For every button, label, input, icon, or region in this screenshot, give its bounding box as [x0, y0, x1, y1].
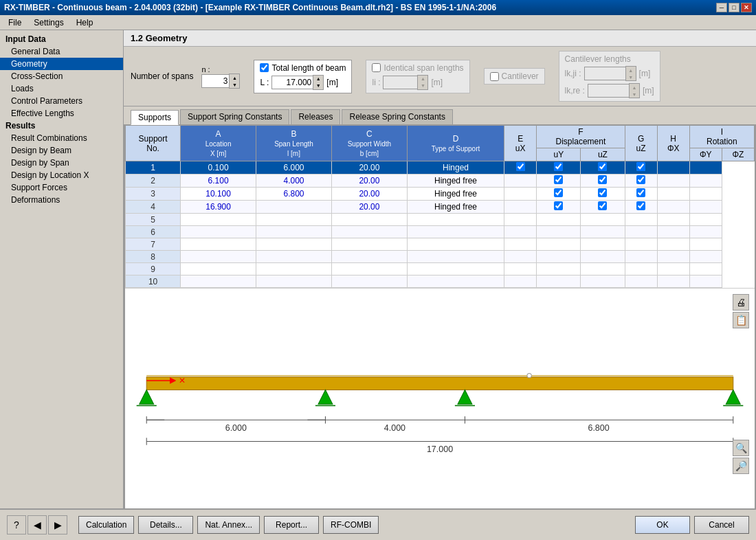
main-layout: Input Data General Data Geometry Cross-S…	[0, 30, 756, 508]
th-col-g: GuZ	[625, 126, 657, 161]
sidebar-item-effective-lengths[interactable]: Effective Lengths	[0, 107, 123, 120]
table-row[interactable]: 5	[126, 214, 755, 226]
svg-text:4.000: 4.000	[384, 423, 405, 433]
num-spans-down[interactable]: ▼	[230, 81, 239, 88]
svg-text:6.000: 6.000	[225, 423, 247, 433]
sidebar-item-support-forces[interactable]: Support Forces	[0, 181, 123, 194]
lkre-input	[588, 84, 629, 98]
table-row[interactable]: 310.1006.80020.00Hinged free	[126, 188, 755, 201]
sidebar-item-cross-section[interactable]: Cross-Section	[0, 70, 123, 82]
table-row[interactable]: 416.90020.00Hinged free	[126, 201, 755, 214]
lkji-spinner: ▲ ▼	[584, 66, 636, 81]
sidebar-item-control-parameters[interactable]: Control Parameters	[0, 95, 123, 107]
bottom-prev-btn[interactable]: ◀	[27, 515, 47, 535]
th-uy: uY	[537, 148, 581, 161]
cantilever-group: Cantilever	[484, 68, 545, 85]
th-col-c: CSupport Widthb [cm]	[331, 126, 407, 161]
cantilever-checkbox[interactable]	[490, 72, 499, 81]
total-length-checkbox[interactable]	[260, 63, 269, 72]
th-col-a: ALocationX [m]	[181, 126, 256, 161]
calculation-button[interactable]: Calculation	[78, 516, 134, 534]
sidebar-section-input: Input Data	[0, 33, 123, 45]
ok-button[interactable]: OK	[635, 516, 690, 534]
th-col-b: BSpan Lengthl [m]	[256, 126, 332, 161]
num-spans-spinner-btns: ▲ ▼	[229, 74, 240, 89]
lkre-spinner: ▲ ▼	[588, 83, 640, 98]
tab-support-spring-constants[interactable]: Support Spring Constants	[180, 109, 289, 124]
table-row[interactable]: 8	[126, 251, 755, 263]
length-down[interactable]: ▼	[313, 82, 323, 89]
menu-file[interactable]: File	[3, 16, 27, 29]
supports-table: SupportNo. ALocationX [m] BSpan Lengthl …	[125, 125, 755, 288]
diagram-btn-zoom-in[interactable]: 🔍	[733, 440, 749, 456]
table-row[interactable]: 10	[126, 275, 755, 288]
sidebar-item-design-by-location-x[interactable]: Design by Location X	[0, 169, 123, 181]
length-up[interactable]: ▲	[313, 76, 323, 82]
table-body: 10.1006.00020.00Hinged26.1004.00020.00Hi…	[126, 161, 755, 288]
sidebar-item-result-combinations[interactable]: Result Combinations	[0, 132, 123, 144]
diagram-btn-2[interactable]: 📋	[733, 312, 749, 328]
details-button[interactable]: Details...	[138, 516, 193, 534]
identical-spans-group: Identical span lengths li : ▲ ▼ [m]	[366, 60, 469, 93]
tab-release-spring-constants[interactable]: Release Spring Constants	[342, 109, 452, 124]
section-title: 1.2 Geometry	[124, 30, 756, 47]
th-col-i: IRotation	[689, 126, 754, 148]
th-col-f: FDisplacement	[537, 126, 625, 148]
lkji-input	[584, 67, 625, 80]
diagram-btn-1[interactable]: 🖨	[733, 294, 749, 311]
cantilever-lengths-label: Cantilever lengths	[565, 54, 654, 64]
sidebar-item-design-by-span[interactable]: Design by Span	[0, 157, 123, 169]
num-spans-input[interactable]	[201, 74, 229, 88]
menu-help[interactable]: Help	[71, 16, 99, 29]
minimize-button[interactable]: ─	[716, 3, 727, 12]
restore-button[interactable]: □	[729, 3, 740, 12]
sidebar-item-deformations[interactable]: Deformations	[0, 194, 123, 206]
th-col-d: DType of Support	[407, 126, 504, 161]
sidebar: Input Data General Data Geometry Cross-S…	[0, 30, 124, 508]
th-phiy: ΦY	[689, 148, 722, 161]
lkre-unit: [m]	[643, 86, 654, 95]
table-row[interactable]: 6	[126, 226, 755, 238]
content-area: 1.2 Geometry Number of spans n : ▲ ▼	[124, 30, 756, 508]
identical-spans-checkbox[interactable]	[372, 63, 381, 72]
cancel-button[interactable]: Cancel	[694, 516, 749, 534]
lkre-label: lk,re :	[565, 86, 585, 95]
sidebar-item-design-by-beam[interactable]: Design by Beam	[0, 144, 123, 157]
table-row[interactable]: 9	[126, 263, 755, 275]
th-phiz: ΦZ	[722, 148, 754, 161]
length-spinner[interactable]: ▲ ▼	[271, 75, 324, 90]
identical-spans-label: Identical span lengths	[383, 63, 463, 73]
num-spans-spinner[interactable]: ▲ ▼	[201, 74, 240, 89]
close-button[interactable]: ✕	[741, 3, 752, 12]
length-unit: [m]	[326, 78, 338, 87]
th-col-e: EuX	[504, 126, 537, 161]
bottom-help-btn[interactable]: ?	[7, 515, 26, 535]
sidebar-item-loads[interactable]: Loads	[0, 82, 123, 95]
tab-supports[interactable]: Supports	[131, 110, 179, 125]
diagram-btn-zoom-out[interactable]: 🔎	[733, 458, 749, 474]
table-row[interactable]: 26.1004.00020.00Hinged free	[126, 175, 755, 188]
l-label: L :	[260, 78, 269, 87]
diagram-toolbar: 🖨 📋 🔍 🔎	[733, 294, 749, 474]
li-input	[383, 76, 417, 89]
tab-releases[interactable]: Releases	[291, 109, 340, 124]
num-spans-up[interactable]: ▲	[230, 74, 239, 81]
sidebar-item-geometry[interactable]: Geometry	[0, 58, 123, 70]
supports-table-container: SupportNo. ALocationX [m] BSpan Lengthl …	[125, 125, 755, 288]
length-input[interactable]	[271, 76, 313, 89]
bottom-next-btn[interactable]: ▶	[48, 515, 67, 535]
table-row[interactable]: 7	[126, 238, 755, 251]
menu-bar: File Settings Help	[0, 15, 756, 30]
menu-settings[interactable]: Settings	[28, 16, 69, 29]
li-down: ▼	[418, 82, 427, 89]
lkji-unit: [m]	[639, 69, 651, 78]
window-controls: ─ □ ✕	[716, 3, 752, 12]
svg-text:17.000: 17.000	[427, 445, 453, 454]
th-col-h: HΦX	[657, 126, 689, 161]
svg-text:✕: ✕	[179, 376, 186, 385]
nat-annex-button[interactable]: Nat. Annex...	[197, 516, 260, 534]
sidebar-item-general-data[interactable]: General Data	[0, 45, 123, 58]
rf-combi-button[interactable]: RF-COMBI	[323, 516, 379, 534]
report-button[interactable]: Report...	[264, 516, 319, 534]
table-row[interactable]: 10.1006.00020.00Hinged	[126, 161, 755, 175]
